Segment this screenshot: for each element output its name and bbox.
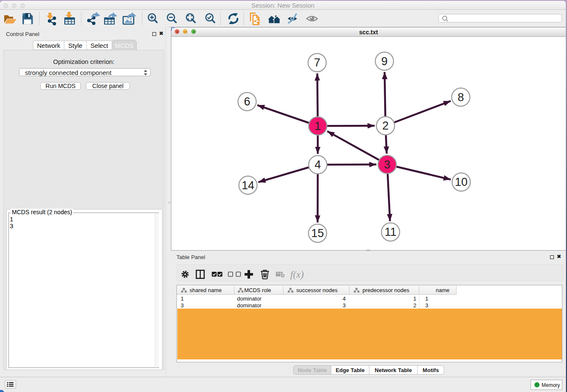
svg-text:dominator: dominator: [237, 302, 261, 309]
svg-text:3: 3: [425, 302, 428, 309]
svg-text:8: 8: [457, 91, 464, 104]
svg-text:1: 1: [425, 295, 428, 302]
svg-text:11: 11: [385, 226, 396, 238]
svg-text:dominator: dominator: [237, 295, 261, 302]
svg-text:f(x): f(x): [290, 269, 304, 280]
svg-text:7: 7: [314, 56, 320, 69]
svg-text:9: 9: [381, 55, 388, 68]
svg-text:predecessor nodes: predecessor nodes: [363, 287, 410, 293]
svg-text:6: 6: [244, 95, 250, 108]
svg-text:15: 15: [311, 227, 324, 240]
svg-text:2: 2: [413, 302, 416, 309]
svg-text:10: 10: [455, 176, 468, 188]
svg-text:successor nodes: successor nodes: [296, 287, 338, 293]
svg-text:1: 1: [181, 295, 184, 302]
svg-text:1: 1: [413, 295, 416, 302]
svg-text:shared name: shared name: [190, 287, 222, 293]
svg-text:MCDS role: MCDS role: [244, 287, 271, 293]
svg-text:3: 3: [181, 302, 184, 309]
svg-text:14: 14: [242, 179, 254, 192]
svg-text:3: 3: [343, 302, 346, 309]
svg-text:2: 2: [382, 119, 388, 132]
svg-text:4: 4: [314, 158, 321, 171]
svg-text:3: 3: [384, 158, 390, 171]
svg-text:1: 1: [314, 120, 321, 133]
svg-text:name: name: [436, 287, 450, 293]
svg-text:4: 4: [343, 295, 346, 302]
